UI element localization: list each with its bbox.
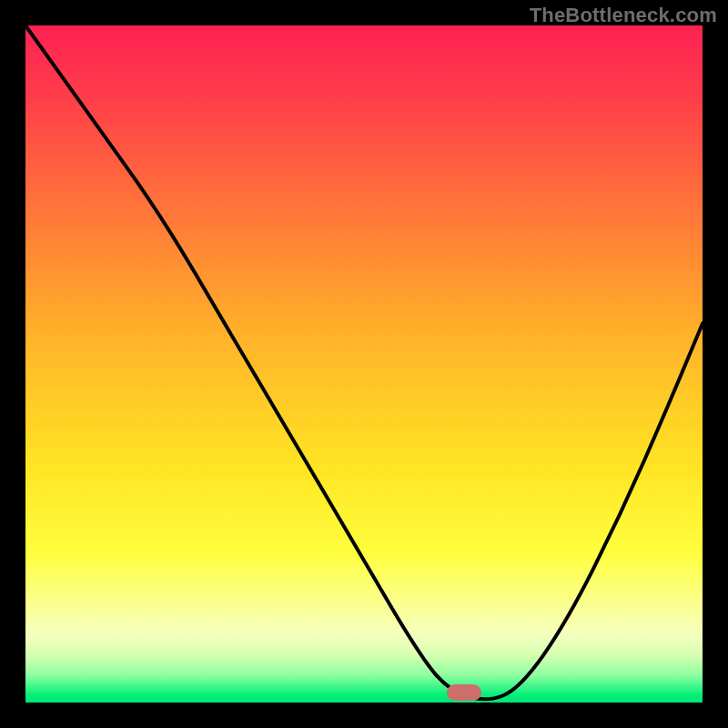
optimal-marker: [447, 684, 481, 701]
watermark-text: TheBottleneck.com: [530, 5, 717, 25]
curve-path: [25, 25, 703, 699]
bottleneck-curve: [25, 25, 703, 703]
